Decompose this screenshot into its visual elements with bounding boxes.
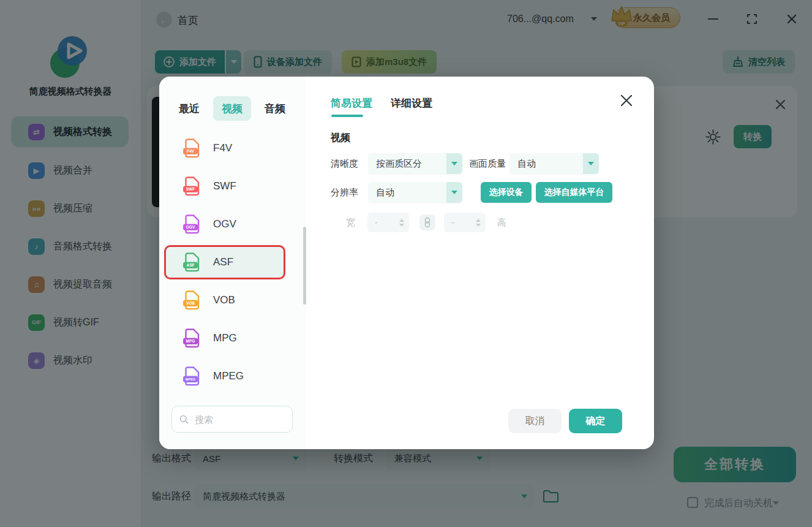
mpeg-file-icon: MPEG (182, 366, 201, 386)
format-label: VOB (213, 294, 235, 306)
height-value: - (451, 218, 476, 227)
clarity-value: 按画质区分 (368, 158, 446, 170)
format-list-scrollbar[interactable] (303, 227, 306, 305)
chain-link-icon (424, 217, 431, 228)
format-settings-dialog: 最近 视频 音频 F4V F4V SWF SWF (159, 77, 654, 449)
cancel-label: 取消 (525, 415, 545, 428)
height-label: 高 (497, 213, 506, 232)
f4v-file-icon: F4V (182, 138, 201, 158)
width-value: - (375, 218, 399, 227)
format-label: ASF (213, 256, 233, 268)
format-search-box (171, 406, 293, 433)
select-platform-label: 选择自媒体平台 (544, 187, 604, 198)
active-tab-underline (331, 115, 363, 117)
asf-file-icon: ASF (182, 252, 201, 272)
confirm-button[interactable]: 确定 (569, 409, 622, 433)
clarity-label: 清晰度 (331, 153, 358, 174)
svg-text:MPEG: MPEG (186, 377, 195, 381)
width-stepper[interactable]: - (367, 213, 409, 232)
svg-text:SWF: SWF (186, 187, 195, 191)
select-device-label: 选择设备 (489, 187, 524, 198)
format-label: SWF (213, 180, 236, 192)
cancel-button[interactable]: 取消 (508, 409, 562, 433)
close-dialog-button[interactable] (620, 94, 633, 107)
link-dimensions-toggle[interactable] (419, 214, 435, 230)
tab-audio[interactable]: 音频 (261, 96, 289, 121)
tab-recent[interactable]: 最近 (175, 96, 203, 121)
chevron-down-icon (583, 153, 599, 174)
format-option-ogv[interactable]: OGV OGV (164, 207, 285, 241)
svg-text:OGV: OGV (186, 225, 195, 229)
search-icon (179, 415, 189, 424)
clarity-select[interactable]: 按画质区分 (368, 153, 462, 174)
tab-easy-settings[interactable]: 简易设置 (331, 96, 372, 110)
format-option-mpg[interactable]: MPG MPG (164, 321, 285, 355)
format-label: MPG (213, 332, 237, 344)
quality-value: 自动 (509, 158, 583, 170)
svg-text:VOB: VOB (186, 301, 195, 305)
format-option-f4v[interactable]: F4V F4V (164, 131, 285, 165)
format-option-vob[interactable]: VOB VOB (164, 283, 285, 317)
mpg-file-icon: MPG (182, 328, 201, 348)
format-option-swf[interactable]: SWF SWF (164, 169, 285, 203)
ogv-file-icon: OGV (182, 214, 201, 234)
format-option-mpeg[interactable]: MPEG MPEG (164, 359, 285, 393)
resolution-select[interactable]: 自动 (368, 182, 462, 203)
svg-text:F4V: F4V (187, 149, 195, 153)
vob-file-icon: VOB (182, 290, 201, 310)
format-option-asf-selected[interactable]: ASF ASF (164, 245, 285, 279)
confirm-label: 确定 (586, 415, 606, 428)
stepper-arrows-icon (399, 219, 404, 227)
format-label: OGV (213, 218, 236, 230)
search-input[interactable] (194, 414, 279, 425)
format-label: MPEG (213, 370, 244, 382)
app-window: 简鹿视频格式转换器 ⇄ 视频格式转换 ▶ 视频合并 »« 视频压缩 ♪ 音频格式… (0, 0, 812, 527)
svg-text:ASF: ASF (187, 263, 195, 267)
format-label: F4V (213, 142, 232, 154)
resolution-value: 自动 (368, 187, 446, 199)
stepper-arrows-icon (476, 219, 481, 227)
width-label: 宽 (346, 213, 355, 232)
tab-video[interactable]: 视频 (213, 96, 251, 121)
swf-file-icon: SWF (182, 176, 201, 196)
quality-select[interactable]: 自动 (509, 153, 599, 174)
select-platform-button[interactable]: 选择自媒体平台 (536, 182, 612, 203)
chevron-down-icon (446, 153, 462, 174)
select-device-button[interactable]: 选择设备 (481, 182, 532, 203)
tab-detail-settings[interactable]: 详细设置 (391, 96, 432, 110)
svg-text:MPG: MPG (186, 339, 195, 343)
chevron-down-icon (446, 182, 462, 203)
quality-label: 画面质量 (469, 153, 506, 174)
resolution-label: 分辨率 (331, 182, 358, 203)
format-picker-panel: 最近 视频 音频 F4V F4V SWF SWF (159, 77, 306, 449)
video-section-heading: 视频 (331, 132, 350, 145)
height-stepper[interactable]: - (444, 213, 486, 232)
